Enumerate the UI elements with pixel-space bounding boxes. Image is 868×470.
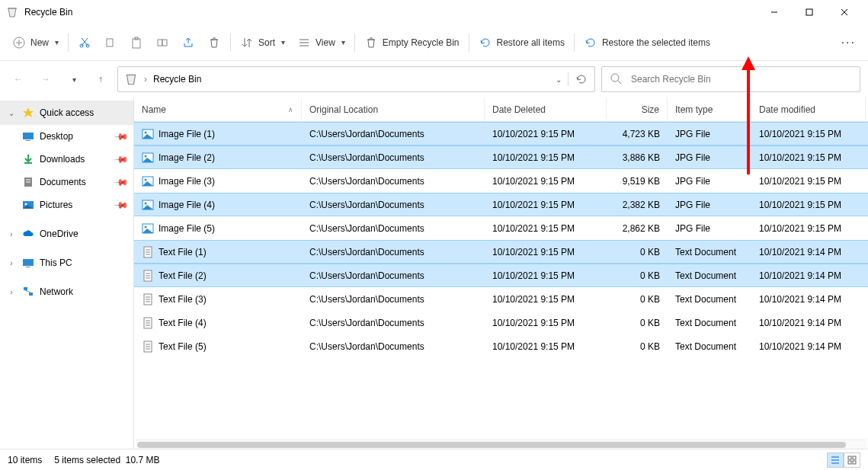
- more-button[interactable]: ···: [835, 30, 862, 56]
- separator: [568, 72, 569, 86]
- svg-rect-21: [23, 133, 34, 139]
- col-orig[interactable]: Original Location: [302, 98, 485, 121]
- file-size: 9,519 KB: [607, 176, 668, 187]
- file-type: Text Document: [668, 294, 751, 305]
- file-date-modified: 10/10/2021 9:15 PM: [751, 200, 866, 210]
- table-row[interactable]: Text File (5)C:\Users\Jordan\Documents10…: [134, 334, 868, 358]
- text-file-icon: [142, 293, 154, 305]
- statusbar: 10 items 5 items selected 10.7 MB: [0, 449, 868, 470]
- cut-button[interactable]: [72, 30, 98, 56]
- sort-icon: [240, 36, 254, 50]
- file-orig-location: C:\Users\Jordan\Documents: [302, 176, 485, 187]
- chevron-right-icon[interactable]: ›: [6, 259, 17, 267]
- details-view-button[interactable]: [827, 452, 844, 468]
- view-button[interactable]: View ▾: [291, 30, 351, 56]
- separator: [354, 34, 355, 52]
- separator: [574, 34, 575, 52]
- restore-all-button[interactable]: Restore all items: [472, 30, 571, 56]
- file-type: JPG File: [668, 176, 751, 187]
- file-size: 4,723 KB: [607, 129, 668, 139]
- recent-dropdown[interactable]: ▾: [62, 69, 84, 90]
- image-icon: [142, 222, 154, 235]
- new-button[interactable]: New ▾: [6, 30, 65, 56]
- table-row[interactable]: Text File (1)C:\Users\Jordan\Documents10…: [134, 240, 868, 264]
- delete-button[interactable]: [201, 30, 227, 56]
- file-size: 3,886 KB: [607, 152, 668, 163]
- table-row[interactable]: Text File (4)C:\Users\Jordan\Documents10…: [134, 311, 868, 334]
- share-button[interactable]: [175, 30, 201, 56]
- up-button[interactable]: ↑: [90, 69, 111, 90]
- scrollbar-thumb[interactable]: [137, 442, 846, 448]
- file-date-modified: 10/10/2021 9:14 PM: [751, 294, 866, 305]
- file-orig-location: C:\Users\Jordan\Documents: [302, 341, 485, 352]
- chevron-right-icon[interactable]: ›: [6, 230, 17, 238]
- address-bar[interactable]: › Recycle Bin ⌄: [117, 66, 595, 92]
- close-button[interactable]: [827, 0, 862, 24]
- restore-selected-button[interactable]: Restore the selected items: [578, 30, 716, 56]
- table-row[interactable]: Text File (3)C:\Users\Jordan\Documents10…: [134, 287, 868, 311]
- file-name: Image File (1): [159, 129, 215, 139]
- rename-button[interactable]: [149, 30, 175, 56]
- sidebar-item-onedrive[interactable]: › OneDrive: [0, 222, 133, 245]
- file-name: Text File (3): [159, 294, 207, 305]
- file-name: Image File (5): [159, 223, 215, 234]
- breadcrumb-location[interactable]: Recycle Bin: [153, 74, 201, 85]
- sidebar-item-thispc[interactable]: › This PC: [0, 251, 133, 274]
- image-icon: [142, 199, 154, 211]
- sidebar-item-desktop[interactable]: Desktop 📌: [0, 125, 133, 148]
- table-row[interactable]: Text File (2)C:\Users\Jordan\Documents10…: [134, 264, 868, 287]
- text-file-icon: [142, 341, 154, 353]
- horizontal-scrollbar[interactable]: [136, 440, 866, 449]
- back-button[interactable]: ←: [8, 69, 29, 90]
- search-box[interactable]: [601, 66, 860, 92]
- file-orig-location: C:\Users\Jordan\Documents: [302, 200, 485, 210]
- col-size[interactable]: Size: [607, 98, 668, 121]
- sort-button[interactable]: Sort ▾: [234, 30, 291, 56]
- file-orig-location: C:\Users\Jordan\Documents: [302, 223, 485, 234]
- view-label: View: [315, 37, 335, 48]
- file-date-deleted: 10/10/2021 9:15 PM: [485, 318, 607, 328]
- copy-button[interactable]: [98, 30, 123, 56]
- search-input[interactable]: [631, 74, 852, 85]
- empty-recycle-bin-button[interactable]: Empty Recycle Bin: [358, 30, 466, 56]
- desktop-icon: [21, 129, 35, 143]
- table-row[interactable]: Image File (2)C:\Users\Jordan\Documents1…: [134, 145, 868, 169]
- chevron-down-icon[interactable]: ⌄: [556, 75, 562, 84]
- sort-label: Sort: [258, 37, 275, 48]
- col-name[interactable]: Name∧: [134, 98, 302, 121]
- svg-rect-32: [29, 293, 33, 296]
- refresh-icon[interactable]: [575, 72, 588, 86]
- table-row[interactable]: Image File (4)C:\Users\Jordan\Documents1…: [134, 193, 868, 216]
- minimize-button[interactable]: [757, 0, 792, 24]
- thumbnails-view-button[interactable]: [844, 452, 860, 468]
- svg-rect-15: [162, 40, 167, 46]
- selected-count: 5 items selected: [54, 455, 120, 465]
- svg-rect-67: [848, 456, 851, 459]
- table-row[interactable]: Image File (3)C:\Users\Jordan\Documents1…: [134, 169, 868, 193]
- paste-button[interactable]: [123, 30, 149, 56]
- table-row[interactable]: Image File (1)C:\Users\Jordan\Documents1…: [134, 122, 868, 145]
- titlebar: Recycle Bin: [0, 0, 868, 24]
- file-orig-location: C:\Users\Jordan\Documents: [302, 294, 485, 305]
- sidebar-item-pictures[interactable]: Pictures 📌: [0, 193, 133, 216]
- col-modified[interactable]: Date modified: [751, 98, 866, 121]
- sidebar-item-downloads[interactable]: Downloads 📌: [0, 148, 133, 171]
- sidebar-item-quick-access[interactable]: ⌄ Quick access: [0, 101, 133, 125]
- svg-rect-31: [24, 287, 27, 290]
- image-icon: [142, 175, 154, 187]
- empty-label: Empty Recycle Bin: [383, 37, 460, 48]
- col-type[interactable]: Item type: [668, 98, 751, 121]
- file-date-deleted: 10/10/2021 9:15 PM: [485, 270, 607, 281]
- table-row[interactable]: Image File (5)C:\Users\Jordan\Documents1…: [134, 216, 868, 240]
- maximize-button[interactable]: [792, 0, 827, 24]
- col-deleted[interactable]: Date Deleted: [485, 98, 607, 121]
- pictures-label: Pictures: [40, 200, 72, 210]
- forward-button[interactable]: →: [35, 69, 56, 90]
- chevron-right-icon[interactable]: ›: [6, 288, 17, 296]
- chevron-down-icon: ▾: [72, 75, 76, 84]
- chevron-down-icon[interactable]: ⌄: [6, 109, 17, 117]
- sidebar-item-network[interactable]: › Network: [0, 280, 133, 303]
- pin-icon: 📌: [114, 197, 130, 213]
- sidebar-item-documents[interactable]: Documents 📌: [0, 171, 133, 193]
- svg-line-20: [618, 81, 621, 84]
